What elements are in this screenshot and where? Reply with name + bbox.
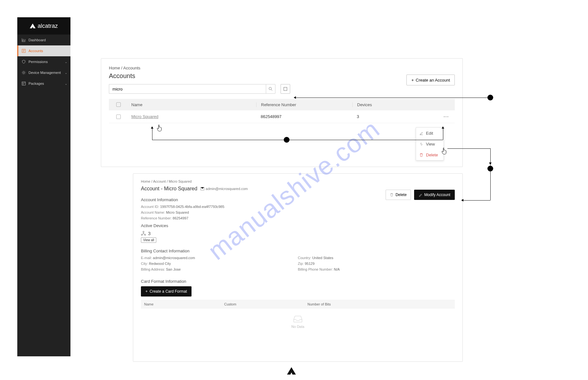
value-phone: N/A [334, 267, 340, 271]
accounts-table: Name Reference Number Devices Micro Squa… [109, 99, 455, 123]
sidebar-item-dashboard[interactable]: Dashboard [17, 35, 70, 45]
col-cf-bits: Number of Bits [307, 302, 455, 306]
modify-label: Modify Account [424, 193, 450, 197]
label-account-name: Account Name [141, 210, 166, 214]
square-icon [283, 87, 287, 91]
plus-icon: + [145, 289, 148, 294]
search-input[interactable] [109, 84, 266, 94]
sidebar-item-permissions[interactable]: Permissions ⌄ [17, 56, 70, 67]
create-account-button[interactable]: + Create an Account [406, 75, 455, 85]
value-address: San Jose [166, 267, 181, 271]
no-data-text: No Data [291, 325, 304, 329]
annotation-arrow [152, 140, 284, 140]
value-account-id: 1997f758-0425-4bfa-a9bd-ea4f7793c985 [160, 205, 225, 209]
svg-rect-4 [284, 87, 287, 91]
create-card-format-button[interactable]: + Create a Card Format [141, 286, 192, 297]
accounts-list-panel: Home / Accounts Accounts + Create an Acc… [101, 58, 463, 167]
chevron-down-icon: ⌄ [65, 71, 67, 75]
col-name[interactable]: Name [128, 102, 256, 107]
search-icon [268, 87, 273, 91]
row-checkbox[interactable] [116, 115, 121, 119]
no-data-placeholder: No Data [141, 309, 455, 335]
package-icon [21, 81, 26, 86]
account-name-link[interactable]: Micro Squared [131, 114, 159, 119]
cursor-icon [157, 124, 163, 133]
modify-account-button[interactable]: Modify Account [414, 190, 455, 200]
dropdown-delete-label: Delete [426, 153, 438, 157]
sidebar-item-device-mgmt[interactable]: Device Management ⌄ [17, 67, 70, 78]
label-account-id: Account ID [141, 205, 160, 209]
label-city: City [141, 262, 149, 265]
label-email: E-mail [141, 256, 153, 260]
trash-icon [419, 153, 423, 157]
brand-text: alcatraz [37, 23, 58, 29]
sidebar-label-dashboard: Dashboard [29, 38, 46, 42]
col-devices[interactable]: Devices [352, 102, 416, 107]
edit-icon [419, 131, 423, 135]
pencil-icon [419, 193, 422, 197]
create-cf-label: Create a Card Format [150, 289, 187, 294]
card-format-header: Name Custom Number of Bits [141, 300, 455, 309]
cursor-icon [441, 147, 448, 156]
mail-icon [200, 187, 204, 190]
sidebar-item-accounts[interactable]: Accounts [17, 45, 70, 56]
sidebar-item-packages[interactable]: Packages ⌄ [17, 78, 70, 89]
dropdown-view-label: View [426, 142, 435, 146]
annotation-arrow [443, 128, 443, 140]
sidebar-label-packages: Packages [29, 82, 44, 85]
label-address: Billing Address [141, 267, 166, 271]
delete-account-button[interactable]: Delete [386, 190, 411, 200]
svg-point-1 [23, 72, 24, 73]
label-phone: Billing Phone Number [298, 267, 334, 271]
annotation-arrow [463, 200, 490, 201]
view-all-devices-button[interactable]: View all [141, 237, 156, 243]
table-header-row: Name Reference Number Devices [109, 99, 455, 110]
search-button[interactable] [266, 84, 275, 94]
value-zip: 95129 [305, 262, 314, 265]
devices-count-value: 3 [148, 231, 151, 236]
section-billing: Billing Contact Information [141, 249, 455, 253]
account-detail-panel: Home / Account / Micro Squared Account -… [133, 173, 463, 362]
dropdown-view[interactable]: View [416, 139, 444, 149]
table-row: Micro Squared 862548997 3 ··· [109, 110, 455, 123]
col-cf-custom: Custom [224, 302, 307, 306]
brand-footer-icon [287, 367, 296, 375]
annotation-arrowhead [151, 126, 153, 129]
dropdown-edit[interactable]: Edit [416, 128, 444, 139]
delete-label: Delete [396, 193, 407, 197]
col-reference[interactable]: Reference Number [256, 102, 352, 107]
row-actions-dropdown: Edit View Delete [416, 127, 444, 161]
select-all-checkbox[interactable] [116, 102, 121, 107]
value-country: United States [312, 256, 333, 260]
breadcrumb[interactable]: Home / Accounts [109, 66, 455, 70]
link-icon [419, 142, 423, 146]
annotation-arrowhead [489, 162, 492, 165]
annotation-arrowhead [461, 199, 463, 202]
devices-icon [141, 231, 146, 236]
value-email: admin@microsquared.com [153, 256, 195, 260]
bc-account[interactable]: Account [153, 179, 166, 183]
cell-reference: 862548997 [256, 114, 352, 119]
annotation-arrow [447, 148, 490, 149]
brand-logo: alcatraz [17, 17, 70, 35]
bc-home[interactable]: Home [141, 179, 150, 183]
plus-icon: + [411, 78, 414, 83]
filter-button[interactable] [281, 84, 290, 94]
cell-devices: 3 [352, 114, 416, 119]
value-reference: 86254997 [173, 216, 188, 220]
dropdown-delete[interactable]: Delete [416, 149, 444, 160]
breadcrumb[interactable]: Home / Account / Micro Squared [141, 179, 455, 183]
annotation-arrow [152, 128, 152, 140]
sidebar: alcatraz Dashboard Accounts Permissions … [17, 17, 70, 356]
annotation-bullet [487, 166, 493, 171]
label-country: Country [298, 256, 312, 260]
page-title: Accounts [109, 72, 455, 80]
chart-icon [21, 38, 26, 42]
section-card-format: Card Format Information [141, 279, 455, 284]
annotation-arrow [490, 171, 491, 200]
accounts-icon [21, 49, 26, 53]
label-zip: Zip [298, 262, 305, 265]
annotation-bullet [487, 95, 493, 100]
gear-icon [21, 70, 26, 75]
row-actions-menu-button[interactable]: ··· [444, 114, 449, 119]
